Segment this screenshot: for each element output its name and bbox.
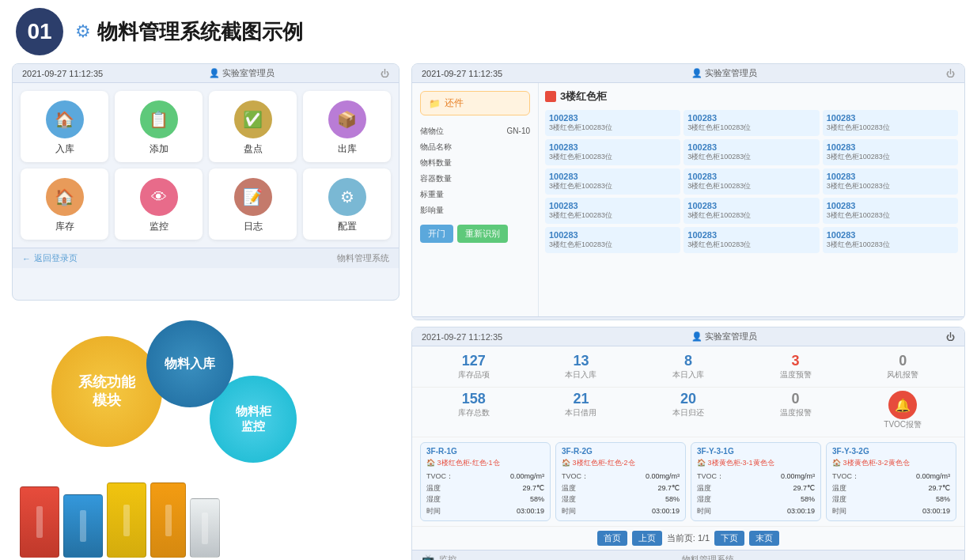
jiankong-label: 监控 [150,220,169,233]
stat-val-8: 8 [634,353,742,369]
field-row-name: 物品名称 [420,139,530,155]
inbound-power-icon: ⏻ [946,332,955,342]
inbound-panel: 2021-09-27 11:12:35 👤 实验室管理员 ⏻ 127 库存品项 … [411,327,965,560]
cabinet-blue [63,494,103,558]
slot-item[interactable]: 100283 3楼红色柜100283位 [823,198,958,224]
func-panel-header: 2021-09-27 11:12:35 👤 实验室管理员 ⏻ [13,64,399,83]
kaimen-button[interactable]: 开门 [420,225,453,243]
kucun-icon: 🏠 [46,178,84,216]
pagination-row: 首页 上页 当前页: 1/1 下页 末页 [412,526,964,550]
back-label: 返回登录页 [34,252,78,264]
slot-item[interactable]: 100283 3楼红色柜100283位 [684,139,819,165]
cabinet-color-indicator [545,91,556,102]
storage-fields: 储物位 GN-10 物品名称 物料数量 容器数量 [420,123,530,218]
power-icon: ⏻ [381,69,389,78]
ruku-icon: 🏠 [46,100,84,138]
inbound-nav-label: 监控 [439,554,456,560]
slot-item[interactable]: 100283 3楼红色柜100283位 [545,139,680,165]
peizhi-label: 配置 [338,220,357,233]
slot-item[interactable]: 100283 3楼红色柜100283位 [823,168,958,195]
func-item-peizhi[interactable]: ⚙ 配置 [303,168,391,240]
slot-item[interactable]: 100283 3楼红色柜100283位 [684,227,819,253]
field-row-position: 储物位 GN-10 [420,123,530,139]
rizhi-label: 日志 [244,220,263,233]
storage-panel: 2021-09-27 11:12:35 👤 实验室管理员 ⏻ 📁 还件 储物位 … [411,63,965,320]
page-current: 当前页: 1/1 [667,532,710,544]
monitor-card-2: 3F-R-2G 🏠 3楼红色柜-红色-2仓 TVOC： 0.00mg/m³ 温度… [555,442,686,521]
monitor-card-3: 3F-Y-3-1G 🏠 3楼黄色柜-3-1黄色仓 TVOC： 0.00mg/m³… [691,442,821,521]
page-first-button[interactable]: 首页 [597,531,627,546]
stat-temp-alarm: 0 温度报警 [742,391,850,430]
peizhi-icon: ⚙ [328,178,366,216]
func-item-ruku[interactable]: 🏠 入库 [21,91,108,162]
main-layout: 2021-09-27 11:12:35 👤 实验室管理员 ⏻ 🏠 入库 📋 添加 [0,63,977,560]
slot-item[interactable]: 100283 3楼红色柜100283位 [684,198,819,224]
stat-daily-return: 20 本日归还 [634,391,742,430]
slot-item[interactable]: 100283 3楼红色柜100283位 [823,110,958,136]
slot-item[interactable]: 100283 3楼红色柜100283位 [684,110,819,136]
stat-val-0a: 0 [849,353,956,369]
storage-user: 👤 实验室管理员 [691,67,757,79]
func-item-pandian[interactable]: ✅ 盘点 [209,91,297,162]
back-button[interactable]: ← 返回登录页 [22,252,78,264]
storage-power-icon: ⏻ [946,69,955,78]
page-next-button[interactable]: 下页 [714,531,744,546]
cabinet-red [20,486,59,558]
inbound-panel-header: 2021-09-27 11:12:35 👤 实验室管理员 ⏻ [412,327,964,346]
monitor-card-1: 3F-R-1G 🏠 3楼红色柜-红色-1仓 TVOC： 0.00mg/m³ 温度… [420,442,551,521]
function-menu-panel: 2021-09-27 11:12:35 👤 实验室管理员 ⏻ 🏠 入库 📋 添加 [12,63,400,301]
func-item-chuku[interactable]: 📦 出库 [303,91,391,162]
ruku-label: 入库 [55,142,74,156]
slot-item[interactable]: 100283 3楼红色柜100283位 [545,198,680,224]
stat-val-20: 20 [634,391,742,407]
right-panel: 2021-09-27 11:12:35 👤 实验室管理员 ⏻ 📁 还件 储物位 … [411,63,965,560]
stat-val-0b: 0 [742,391,850,407]
stat-daily-borrow: 21 本日借用 [528,391,635,430]
func-grid: 🏠 入库 📋 添加 ✅ 盘点 📦 出库 [21,91,391,240]
field-row-influence: 影响量 [420,202,530,218]
return-icon: 📁 [429,98,441,109]
monitor-grid: 3F-R-1G 🏠 3楼红色柜-红色-1仓 TVOC： 0.00mg/m³ 温度… [412,437,964,526]
refresh-button[interactable]: 重新识别 [457,225,508,243]
func-item-rizhi[interactable]: 📝 日志 [209,168,297,240]
func-item-tianjia[interactable]: 📋 添加 [115,91,203,162]
func-screen: 🏠 入库 📋 添加 ✅ 盘点 📦 出库 [13,83,399,248]
func-item-jiankong[interactable]: 👁 监控 [115,168,203,240]
bubble-ruku: 物料入库 [146,320,233,407]
slot-item[interactable]: 100283 3楼红色柜100283位 [545,227,680,253]
monitor-nav-icon: 📺 [422,554,434,560]
slot-item[interactable]: 100283 3楼红色柜100283位 [545,110,680,136]
slot-item[interactable]: 100283 3楼红色柜100283位 [823,227,958,253]
tianjia-icon: 📋 [140,100,178,138]
rizhi-icon: 📝 [234,178,272,216]
page-prev-button[interactable]: 上页 [632,531,662,546]
stat-daily-in: 13 本日入库 [528,353,635,380]
gear-icon: ⚙ [75,21,91,42]
field-row-qty: 物料数量 [420,155,530,171]
monitor-card-4: 3F-Y-3-2G 🏠 3楼黄色柜-3-2黄色仓 TVOC： 0.00mg/m³… [826,442,956,521]
slot-item[interactable]: 100283 3楼红色柜100283位 [684,168,819,195]
chuku-label: 出库 [338,142,357,156]
return-button[interactable]: 📁 还件 [420,91,530,115]
storage-panel-footer: 🏠 入库 物料管理系统 [412,316,964,320]
cabinet-white [190,498,220,558]
page-last-button[interactable]: 末页 [749,531,779,546]
jiankong-icon: 👁 [140,178,178,216]
func-datetime: 2021-09-27 11:12:35 [22,69,103,78]
stat-val-13: 13 [528,353,635,369]
stat-inventory-items: 127 库存品项 [420,353,528,380]
func-item-kucun[interactable]: 🏠 库存 [21,168,108,240]
storage-datetime: 2021-09-27 11:12:35 [422,69,502,78]
storage-left-sidebar: 📁 还件 储物位 GN-10 物品名称 物料数量 [412,83,539,316]
storage-panel-header: 2021-09-27 11:12:35 👤 实验室管理员 ⏻ [412,64,964,83]
page-title: 物料管理系统截图示例 [97,18,303,46]
field-row-container: 容器数量 [420,171,530,187]
slot-item[interactable]: 100283 3楼红色柜100283位 [823,139,958,165]
bubble-system: 系统功能模块 [51,336,162,447]
slot-item[interactable]: 100283 3楼红色柜100283位 [545,168,680,195]
stats-row-1: 127 库存品项 13 本日入库 8 本日入库 3 温度预警 0 风机报警 [412,346,964,388]
stat-tvoc-alarm: 🔔 TVOC报警 [849,391,956,430]
cabinet-yellow1 [107,482,146,558]
pandian-label: 盘点 [244,142,263,156]
alert-icon: 🔔 [888,391,917,419]
